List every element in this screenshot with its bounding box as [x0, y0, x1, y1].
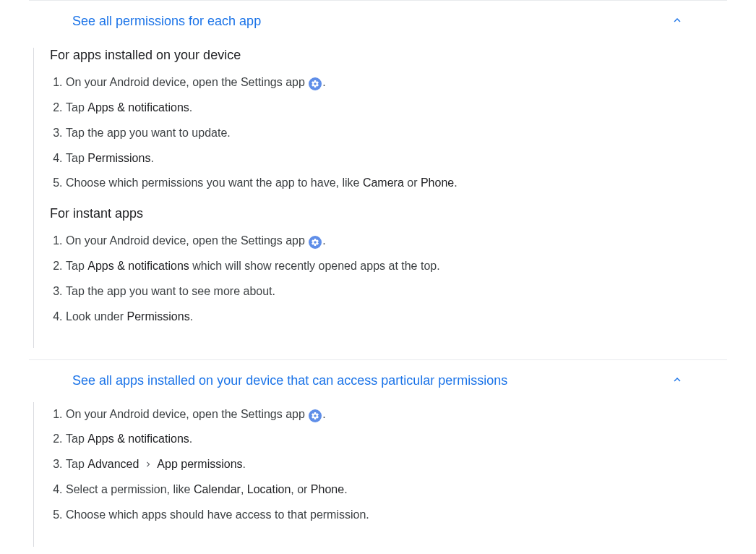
step-item: Choose which apps should have access to … [66, 503, 684, 528]
steps-list: On your Android device, open the Setting… [50, 70, 684, 196]
step-item: On your Android device, open the Setting… [66, 402, 684, 427]
help-article: See all permissions for each app For app… [0, 0, 756, 554]
step-item: Tap the app you want to see more about. [66, 279, 684, 304]
accordion-section-permissions-per-app: See all permissions for each app For app… [29, 0, 727, 348]
step-item: Tap Apps & notifications. [66, 427, 684, 452]
step-item: Tap Apps & notifications which will show… [66, 254, 684, 279]
step-item: Select a permission, like Calendar, Loca… [66, 477, 684, 503]
step-item: Tap Permissions. [66, 146, 684, 171]
accordion-title: See all permissions for each app [72, 12, 261, 30]
chevron-right-icon [143, 459, 153, 469]
step-item: On your Android device, open the Setting… [66, 70, 684, 95]
step-item: On your Android device, open the Setting… [66, 229, 684, 254]
settings-icon [309, 236, 322, 249]
settings-icon [309, 77, 322, 90]
steps-list: On your Android device, open the Setting… [50, 402, 684, 528]
accordion-section-apps-by-permission: See all apps installed on your device th… [29, 359, 727, 546]
accordion-title: See all apps installed on your device th… [72, 372, 507, 390]
step-item: Choose which permissions you want the ap… [66, 171, 684, 196]
step-item: Tap Apps & notifications. [66, 95, 684, 121]
settings-icon [309, 409, 322, 422]
accordion-header[interactable]: See all apps installed on your device th… [29, 360, 727, 401]
subheading-instant-apps: For instant apps [50, 206, 684, 221]
chevron-up-icon [671, 14, 684, 30]
step-item: Tap the app you want to update. [66, 121, 684, 146]
steps-list: On your Android device, open the Setting… [50, 229, 684, 329]
step-item: Tap Advanced App permissions. [66, 452, 684, 477]
accordion-header[interactable]: See all permissions for each app [29, 1, 727, 42]
accordion-body: For apps installed on your device On you… [33, 48, 727, 348]
step-item: Look under Permissions. [66, 304, 684, 330]
chevron-up-icon [671, 373, 684, 389]
accordion-body: On your Android device, open the Setting… [33, 402, 727, 547]
subheading-installed-apps: For apps installed on your device [50, 48, 684, 63]
